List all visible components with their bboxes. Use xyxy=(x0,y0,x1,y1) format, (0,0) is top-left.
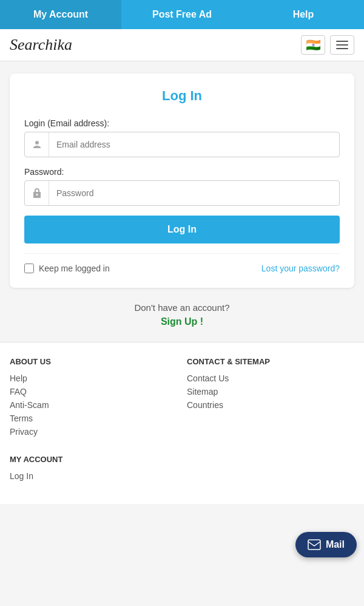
menu-line-3 xyxy=(336,48,348,49)
user-icon xyxy=(25,132,49,157)
footer-link-log-in[interactable]: Log In xyxy=(10,471,354,481)
login-title: Log In xyxy=(24,88,340,104)
login-card-footer: Keep me logged in Lost your password? xyxy=(24,253,340,273)
email-label: Login (Email address): xyxy=(24,118,340,128)
login-button[interactable]: Log In xyxy=(24,216,340,243)
country-flag-button[interactable]: 🇮🇳 xyxy=(301,35,325,55)
menu-line-1 xyxy=(336,41,348,42)
footer-my-account-section: MY ACCOUNT Log In xyxy=(10,455,354,481)
footer-link-contact-us[interactable]: Contact Us xyxy=(187,373,354,383)
nav-post-free-ad[interactable]: Post Free Ad xyxy=(121,0,243,29)
email-input[interactable] xyxy=(49,134,339,155)
signup-prompt: Don't have an account? xyxy=(134,302,229,313)
footer-columns: ABOUT US Help FAQ Anti-Scam Terms Privac… xyxy=(10,357,354,440)
footer-link-sitemap[interactable]: Sitemap xyxy=(187,387,354,397)
footer-link-help[interactable]: Help xyxy=(10,373,177,383)
login-card: Log In Login (Email address): Password: … xyxy=(10,73,354,288)
remember-me-checkbox[interactable] xyxy=(24,264,34,273)
footer-link-countries[interactable]: Countries xyxy=(187,400,354,410)
password-input-wrapper xyxy=(24,180,340,206)
footer-link-terms[interactable]: Terms xyxy=(10,414,177,423)
footer-contact-col: CONTACT & SITEMAP Contact Us Sitemap Cou… xyxy=(187,357,354,440)
signup-section: Don't have an account? Sign Up ! xyxy=(0,302,364,327)
footer-about-col: ABOUT US Help FAQ Anti-Scam Terms Privac… xyxy=(10,357,177,440)
header-actions: 🇮🇳 xyxy=(301,35,354,55)
top-navigation: My Account Post Free Ad Help xyxy=(0,0,364,29)
lock-icon xyxy=(25,181,49,205)
email-form-group: Login (Email address): xyxy=(24,118,340,157)
password-input[interactable] xyxy=(49,182,339,204)
signup-link[interactable]: Sign Up ! xyxy=(0,316,364,327)
mail-icon xyxy=(308,539,321,550)
password-form-group: Password: xyxy=(24,167,340,206)
nav-my-account[interactable]: My Account xyxy=(0,0,121,29)
footer-my-account-heading: MY ACCOUNT xyxy=(10,455,354,464)
site-footer: ABOUT US Help FAQ Anti-Scam Terms Privac… xyxy=(0,342,364,504)
site-logo: Searchika xyxy=(10,36,72,54)
footer-contact-heading: CONTACT & SITEMAP xyxy=(187,357,354,366)
remember-me-label: Keep me logged in xyxy=(39,264,110,273)
lost-password-link[interactable]: Lost your password? xyxy=(261,264,340,273)
footer-link-privacy[interactable]: Privacy xyxy=(10,427,177,437)
menu-line-2 xyxy=(336,44,348,46)
hamburger-menu-button[interactable] xyxy=(330,35,354,55)
password-label: Password: xyxy=(24,167,340,177)
svg-rect-0 xyxy=(308,540,320,550)
footer-link-anti-scam[interactable]: Anti-Scam xyxy=(10,400,177,410)
email-input-wrapper xyxy=(24,132,340,157)
footer-about-heading: ABOUT US xyxy=(10,357,177,366)
site-header: Searchika 🇮🇳 xyxy=(0,29,364,61)
nav-help[interactable]: Help xyxy=(243,0,364,29)
footer-link-faq[interactable]: FAQ xyxy=(10,387,177,397)
mail-fab-button[interactable]: Mail xyxy=(295,532,357,557)
remember-me-group: Keep me logged in xyxy=(24,264,110,273)
mail-fab-label: Mail xyxy=(326,539,345,550)
flag-icon: 🇮🇳 xyxy=(306,38,321,52)
